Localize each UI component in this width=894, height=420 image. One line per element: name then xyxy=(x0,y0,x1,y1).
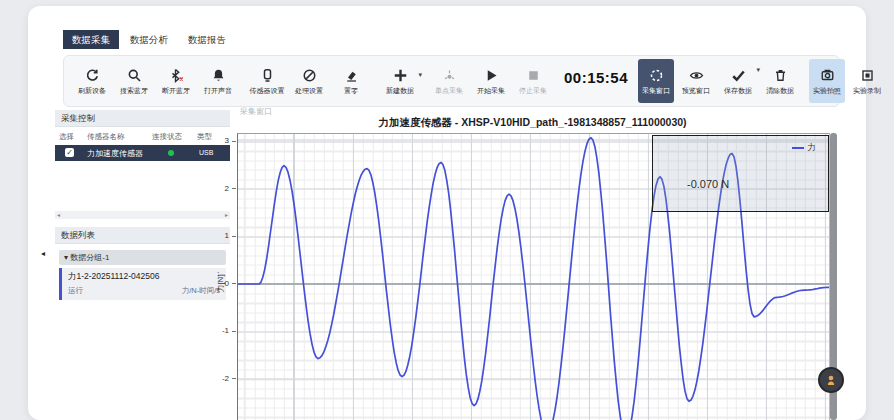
tab-data-collect[interactable]: 数据采集 xyxy=(63,30,119,49)
group-label: 数据分组-1 xyxy=(70,253,109,262)
data-item-status: 运行 xyxy=(68,286,83,296)
collect-window-label: 采集窗口 xyxy=(642,86,670,96)
save-data-button[interactable]: ▾保存数据 xyxy=(718,59,758,103)
y-tick-mark xyxy=(232,331,236,332)
toolbar-group: 实验拍照实验录制公式计算 xyxy=(809,59,894,103)
y-tick-mark xyxy=(232,236,236,237)
collect-timer: 00:15:54 xyxy=(564,69,628,86)
toolbar-group: 传感器设置处理设置置零 xyxy=(247,64,371,98)
refresh-devices-button[interactable]: 刷新设备 xyxy=(72,64,112,98)
toolbar-left: 刷新设备搜索蓝牙断开蓝牙打开声音传感器设置处理设置置零▾新建数据单点采集开始采集… xyxy=(72,64,562,98)
col-connect-status: 连接状态 xyxy=(152,132,182,142)
data-list-header: 数据列表 xyxy=(55,227,230,244)
search-bluetooth-label: 搜索蓝牙 xyxy=(120,86,148,96)
bluetooth-off-icon xyxy=(169,67,184,84)
user-avatar-button[interactable] xyxy=(818,367,844,393)
chart-title: 力加速度传感器 - XHSP-V10HID_path_-1981348857_1… xyxy=(237,116,828,130)
connect-status-dot xyxy=(168,150,174,156)
formula-calc-button[interactable]: 公式计算 xyxy=(889,59,894,103)
sound-on-button[interactable]: 打开声音 xyxy=(198,64,238,98)
toolbar-group: 刷新设备搜索蓝牙断开蓝牙打开声音 xyxy=(72,64,238,98)
play-icon xyxy=(484,67,499,84)
data-group-row[interactable]: ▾ 数据分组-1 xyxy=(59,250,226,265)
chart-legend: 力 xyxy=(792,142,817,154)
clear-data-label: 清除数据 xyxy=(766,86,794,96)
bell-icon xyxy=(211,67,226,84)
sound-on-label: 打开声音 xyxy=(204,86,232,96)
col-select: 选择 xyxy=(59,132,74,142)
trash-icon xyxy=(773,67,788,84)
experiment-photo-button[interactable]: 实验拍照 xyxy=(809,59,845,103)
record-icon xyxy=(860,67,875,84)
panel-collapse-icon[interactable]: ◂ xyxy=(41,249,45,258)
y-tick-mark xyxy=(232,188,236,189)
person-icon xyxy=(825,374,837,386)
disconnect-bluetooth-label: 断开蓝牙 xyxy=(162,86,190,96)
sensor-table-header: 选择 传感器名称 连接状态 类型 xyxy=(55,130,230,144)
search-bluetooth-button[interactable]: 搜索蓝牙 xyxy=(114,64,154,98)
group-caret-icon[interactable]: ▾ xyxy=(64,253,68,262)
data-item[interactable]: 力1-2-20251112-042506 ⋮ 运行 力/N-时间/s xyxy=(59,268,226,300)
experiment-record-label: 实验录制 xyxy=(853,86,881,96)
start-collect-label: 开始采集 xyxy=(477,86,505,96)
toolbar-right: 采集窗口预览窗口▾保存数据清除数据实验拍照实验录制公式计算 xyxy=(638,59,894,103)
stop-collect-label: 停止采集 xyxy=(519,86,547,96)
legend-label: 力 xyxy=(808,142,817,154)
y-tick-label: -1 xyxy=(209,326,229,335)
point-icon xyxy=(442,67,457,84)
eye-icon xyxy=(689,67,704,84)
toolbar: 刷新设备搜索蓝牙断开蓝牙打开声音传感器设置处理设置置零▾新建数据单点采集开始采集… xyxy=(63,55,840,107)
sensor-name: 力加速度传感器 xyxy=(87,148,143,159)
scroll-left-icon[interactable]: ◂ xyxy=(57,211,60,219)
refresh-icon xyxy=(85,67,100,84)
app-window: { "tabs": [ {"label": "数据采集", "active": … xyxy=(0,0,894,420)
y-tick-label: 3 xyxy=(209,136,229,145)
main-tabs: 数据采集 数据分析 数据报告 xyxy=(63,30,235,49)
sensor-settings-label: 传感器设置 xyxy=(250,86,285,96)
process-settings-button[interactable]: 处理设置 xyxy=(289,64,329,98)
new-data-label: 新建数据 xyxy=(386,86,414,96)
y-tick-label: 2 xyxy=(209,184,229,193)
sensor-row[interactable]: ✓ 力加速度传感器 USB xyxy=(55,145,230,161)
single-point-collect-label: 单点采集 xyxy=(435,86,463,96)
experiment-photo-label: 实验拍照 xyxy=(813,86,841,96)
search-icon xyxy=(127,67,142,84)
start-collect-button[interactable]: 开始采集 xyxy=(471,64,511,98)
clear-data-button[interactable]: 清除数据 xyxy=(760,59,800,103)
y-axis-label: 力[N] xyxy=(215,274,226,292)
collect-control-header: 采集控制 xyxy=(55,110,230,127)
y-tick-mark xyxy=(232,378,236,379)
toolbar-group: ▾新建数据 xyxy=(380,64,420,98)
dropdown-caret-icon[interactable]: ▾ xyxy=(418,71,422,79)
app-card: 数据采集 数据分析 数据报告 刷新设备搜索蓝牙断开蓝牙打开声音传感器设置处理设置… xyxy=(28,6,866,420)
chart-plot-area[interactable]: -0.070 N 力 xyxy=(237,133,830,420)
collect-window-button[interactable]: 采集窗口 xyxy=(638,59,674,103)
sensor-checkbox[interactable]: ✓ xyxy=(65,148,74,157)
zero-icon xyxy=(344,67,359,84)
process-settings-label: 处理设置 xyxy=(295,86,323,96)
tab-data-analysis[interactable]: 数据分析 xyxy=(121,30,177,49)
new-data-button[interactable]: ▾新建数据 xyxy=(380,64,420,98)
set-zero-button[interactable]: 置零 xyxy=(331,64,371,98)
check-icon xyxy=(731,67,746,84)
sensor-settings-button[interactable]: 传感器设置 xyxy=(247,64,287,98)
y-tick-label: 1 xyxy=(209,231,229,240)
disconnect-bluetooth-button[interactable]: 断开蓝牙 xyxy=(156,64,196,98)
stop-collect-button[interactable]: 停止采集 xyxy=(513,64,553,98)
plus-icon xyxy=(393,67,408,84)
toolbar-group: 单点采集开始采集停止采集 xyxy=(429,64,553,98)
legend-line-icon xyxy=(792,147,804,149)
toolbar-group: 采集窗口预览窗口▾保存数据清除数据 xyxy=(638,59,800,103)
preview-window-button[interactable]: 预览窗口 xyxy=(676,59,716,103)
y-tick-mark xyxy=(232,141,236,142)
y-tick-label: -2 xyxy=(209,374,229,383)
data-item-title: 力1-2-20251112-042506 xyxy=(68,271,159,283)
preview-window-label: 预览窗口 xyxy=(682,86,710,96)
experiment-record-button[interactable]: 实验录制 xyxy=(847,59,887,103)
y-tick-mark xyxy=(232,283,236,284)
snapshot-icon xyxy=(820,67,835,84)
sensor-table-hscrollbar[interactable]: ◂ ▸ xyxy=(55,211,230,219)
single-point-collect-button[interactable]: 单点采集 xyxy=(429,64,469,98)
value-annotation: -0.070 N xyxy=(687,178,729,190)
tab-data-report[interactable]: 数据报告 xyxy=(179,30,235,49)
